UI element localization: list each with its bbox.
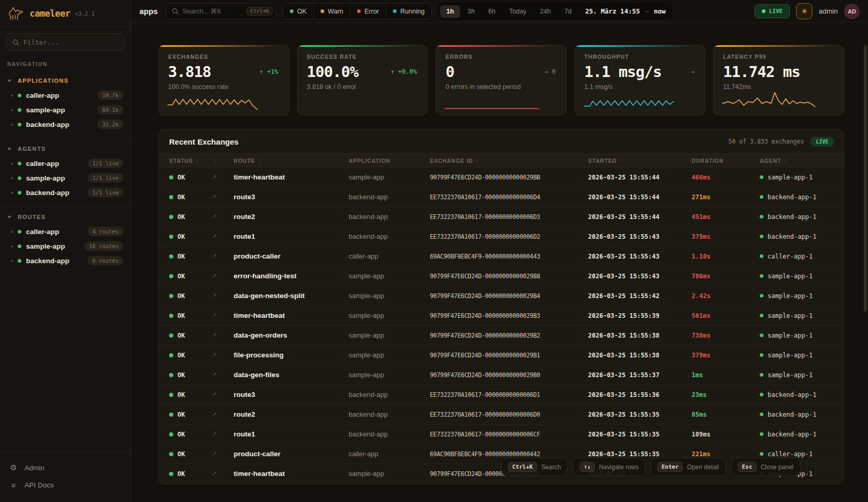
open-detail-icon[interactable]: ↗ [212, 174, 234, 181]
application-cell: backend-app [349, 391, 430, 398]
status-filter-chip[interactable]: Warn [314, 4, 350, 19]
status-filter-chip[interactable]: Running [386, 4, 431, 19]
sidebar-item[interactable]: ▸ backend-app 6 routes [0, 253, 131, 268]
theme-toggle-button[interactable]: ☀ [796, 3, 812, 19]
sidebar-item[interactable]: ▸ sample-app 84.1k [0, 102, 131, 117]
column-header[interactable]: STARTED ↕ [588, 158, 692, 164]
column-header[interactable]: STATUS ↕ [159, 158, 212, 164]
open-detail-icon[interactable]: ↗ [212, 273, 234, 279]
chevron-right-icon: ▸ [11, 122, 18, 127]
table-row[interactable]: OK ↗ route3 backend-app EE7322370A10617-… [159, 187, 844, 207]
column-header-label: ROUTE [234, 158, 255, 164]
nav-section-items: ▸ caller-app 10.7k ▸ sample-app 84.1k ▸ … [0, 88, 131, 132]
open-detail-icon[interactable]: ↗ [212, 470, 234, 477]
application-cell: sample-app [349, 371, 430, 379]
exchange-id-cell: 90799F47E6CD24D-00000000000029BB [430, 174, 588, 181]
table-row[interactable]: OK ↗ route2 backend-app EE7322370A10617-… [159, 405, 844, 424]
table-row[interactable]: OK ↗ data-gen-nested-split sample-app 90… [159, 286, 844, 306]
range-button[interactable]: 24h [534, 5, 557, 18]
open-detail-icon[interactable]: ↗ [212, 312, 234, 319]
sidebar-item-admin[interactable]: ⚙ Admin [0, 459, 131, 477]
nav-section-header[interactable]: ROUTES [0, 212, 131, 224]
status-filter-chip[interactable]: Error [350, 4, 386, 19]
scrollbar-thumb[interactable] [864, 45, 867, 312]
open-detail-icon[interactable]: ↗ [212, 332, 234, 339]
sidebar-item[interactable]: ▸ caller-app 10.7k [0, 88, 131, 102]
open-detail-icon[interactable]: ↗ [212, 194, 234, 200]
open-detail-icon[interactable]: ↗ [212, 371, 234, 378]
open-detail-icon[interactable]: ↗ [212, 213, 234, 220]
search-input[interactable]: Search... ⌘K Ctrl+K [166, 3, 276, 19]
avatar[interactable]: AD [844, 4, 860, 19]
status-filter-chip[interactable]: OK [283, 4, 314, 19]
agent-label: backend-app-1 [768, 391, 816, 398]
agent-label: sample-app-1 [768, 371, 813, 379]
open-detail-icon[interactable]: ↗ [212, 253, 234, 260]
duration-cell: 1.10s [692, 253, 760, 260]
range-button[interactable]: 1h [440, 5, 461, 18]
sidebar-item-badge: 4 routes [87, 227, 123, 236]
status-filter-label: OK [297, 8, 307, 15]
stat-cards-row: EXCHANGES 3.818 ↑ +1% 100.0% success rat… [158, 45, 844, 115]
chevron-down-icon [7, 216, 11, 218]
stat-card: THROUGHPUT 1.1 msg/s → 1.1 msg/s [575, 45, 706, 115]
exchange-id-cell: 69AC90BF8EBC4F9-0000000000000442 [430, 450, 588, 458]
nav-section-header[interactable]: AGENTS [0, 144, 131, 156]
docs-icon: ≡ [9, 481, 18, 490]
range-button[interactable]: 7d [558, 5, 578, 18]
range-button[interactable]: 6h [482, 5, 502, 18]
sidebar-item-api-docs[interactable]: ≡ API Docs [0, 477, 131, 494]
nav-section-header[interactable]: APPLICATIONS [0, 75, 131, 88]
sidebar-item[interactable]: ▸ caller-app 1/1 live [0, 156, 131, 171]
open-detail-icon[interactable]: ↗ [212, 292, 234, 299]
sidebar-item[interactable]: ▸ caller-app 4 routes [0, 224, 131, 239]
sidebar-filter-input[interactable]: Filter... [6, 33, 124, 51]
range-start-time[interactable]: 25. März 14:55 [585, 7, 640, 15]
brand[interactable]: cameleer v3.2.1 [0, 0, 131, 27]
table-row[interactable]: OK ↗ route3 backend-app EE7322370A10617-… [159, 385, 844, 405]
live-toggle-button[interactable]: LIVE [755, 4, 790, 18]
stat-card: LATENCY P99 11.742 ms 11.742ms [713, 45, 844, 115]
open-detail-icon[interactable]: ↗ [212, 391, 234, 398]
column-header[interactable]: DURATION ↕ [692, 158, 760, 164]
table-row[interactable]: OK ↗ timer-heartbeat sample-app 90799F47… [159, 168, 844, 187]
status-dot [169, 393, 173, 397]
application-cell: backend-app [349, 193, 430, 201]
column-header[interactable]: EXCHANGE ID ↕ [430, 158, 588, 164]
table-row[interactable]: OK ↗ file-processing sample-app 90799F47… [159, 345, 844, 365]
open-detail-icon[interactable]: ↗ [212, 352, 234, 358]
live-dot [762, 9, 765, 13]
table-row[interactable]: OK ↗ route1 backend-app EE7322370A10617-… [159, 227, 844, 247]
sort-icon: ↕ [619, 158, 622, 163]
open-detail-icon[interactable]: ↗ [212, 450, 234, 457]
column-header[interactable]: ↕ [212, 158, 234, 163]
range-buttons: 1h3h6hToday24h7d [440, 5, 578, 18]
column-header[interactable]: AGENT ↕ [760, 158, 844, 164]
open-detail-icon[interactable]: ↗ [212, 233, 234, 240]
table-row[interactable]: OK ↗ timer-heartbeat sample-app 90799F47… [159, 306, 844, 326]
table-row[interactable]: OK ↗ data-gen-files sample-app 90799F47E… [159, 365, 844, 385]
table-row[interactable]: OK ↗ route1 backend-app EE7322370A10617-… [159, 424, 844, 444]
open-detail-icon[interactable]: ↗ [212, 411, 234, 418]
column-header[interactable]: APPLICATION ↕ [349, 158, 430, 164]
sidebar-item[interactable]: ▸ sample-app 1/1 live [0, 171, 131, 185]
column-header[interactable]: ROUTE ↕ [234, 158, 349, 164]
started-cell: 2026-03-25 15:55:42 [588, 292, 692, 300]
sidebar: cameleer v3.2.1 Filter... NAVIGATION APP… [0, 0, 131, 502]
sidebar-item[interactable]: ▸ backend-app 1/1 live [0, 185, 131, 200]
sidebar-item[interactable]: ▸ sample-app 16 routes [0, 239, 131, 253]
table-row[interactable]: OK ↗ route2 backend-app EE7322370A10617-… [159, 207, 844, 227]
table-row[interactable]: OK ↗ error-handling-test sample-app 9079… [159, 266, 844, 286]
table-row[interactable]: OK ↗ product-caller caller-app 69AC90BF8… [159, 247, 844, 266]
range-end-time[interactable]: now [654, 7, 666, 15]
sidebar-item[interactable]: ▸ backend-app 32.2k [0, 117, 131, 132]
agent-cell: sample-app-1 [760, 174, 844, 181]
agent-label: caller-app-1 [768, 450, 813, 458]
range-button[interactable]: 3h [461, 5, 481, 18]
chevron-right-icon: ▸ [11, 229, 18, 234]
sidebar-item-badge: 1/1 live [87, 159, 123, 168]
open-detail-icon[interactable]: ↗ [212, 431, 234, 437]
table-row[interactable]: OK ↗ data-gen-orders sample-app 90799F47… [159, 326, 844, 345]
range-button[interactable]: Today [503, 5, 532, 18]
agent-label: sample-app-1 [768, 332, 813, 339]
